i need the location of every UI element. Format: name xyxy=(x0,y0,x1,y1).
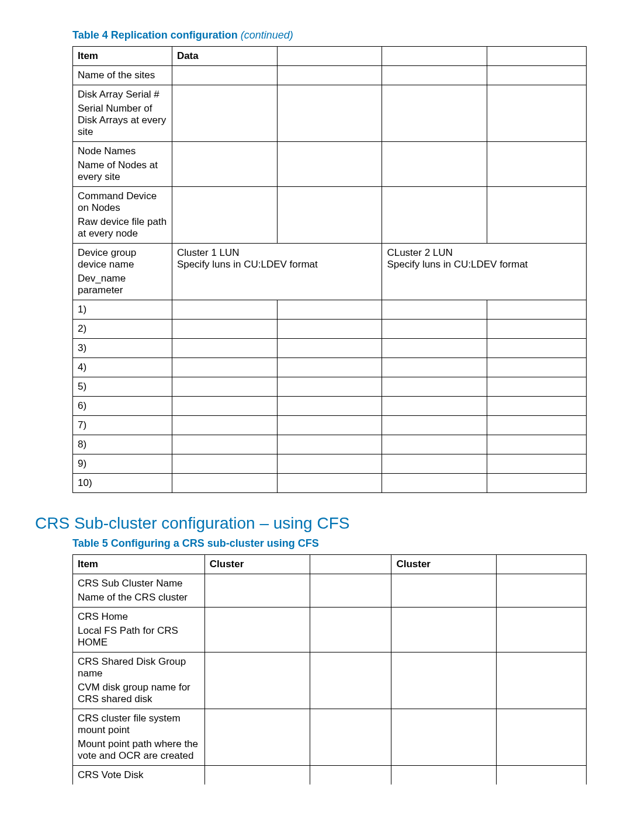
cluster1-lun-sub: Specify luns in CU:LDEV format xyxy=(177,259,377,270)
data-cell xyxy=(172,358,277,377)
data-cell xyxy=(382,474,487,493)
table-row: 6) xyxy=(73,397,587,416)
data-cell xyxy=(487,142,587,187)
data-cell xyxy=(382,454,487,474)
data-cell xyxy=(204,574,310,608)
table4-caption-main: Table 4 Replication configuration xyxy=(72,29,241,41)
data-cell xyxy=(382,397,487,416)
table-row: Node Names Name of Nodes at every site xyxy=(73,142,587,187)
data-cell xyxy=(487,397,587,416)
item-subtitle: Local FS Path for CRS HOME xyxy=(78,625,200,648)
crs-subcluster-table: Item Cluster Cluster CRS Sub Cluster Nam… xyxy=(72,554,587,785)
table-row: 9) xyxy=(73,454,587,474)
table-row: CRS Home Local FS Path for CRS HOME xyxy=(73,608,587,652)
data-cell xyxy=(204,608,310,652)
data-cell xyxy=(487,300,587,320)
item-title: CRS Sub Cluster Name xyxy=(78,578,200,589)
item-title: CRS Home xyxy=(78,611,200,623)
item-cell: Command Device on Nodes Raw device file … xyxy=(73,187,172,244)
table-row: Disk Array Serial # Serial Number of Dis… xyxy=(73,85,587,142)
table-row: CRS cluster file system mount point Moun… xyxy=(73,709,587,766)
data-cell xyxy=(310,766,391,785)
item-title: CRS Shared Disk Group name xyxy=(78,656,200,679)
col-cluster-header: Cluster xyxy=(204,555,310,574)
table-row: 7) xyxy=(73,416,587,435)
item-cell: Name of the sites xyxy=(73,66,172,85)
data-cell xyxy=(382,85,487,142)
table-row: CRS Vote Disk xyxy=(73,766,587,785)
data-cell xyxy=(487,358,587,377)
cluster1-lun-cell: Cluster 1 LUN Specify luns in CU:LDEV fo… xyxy=(172,244,382,300)
item-cell: CRS Sub Cluster Name Name of the CRS clu… xyxy=(73,574,205,608)
data-cell xyxy=(382,320,487,339)
data-cell xyxy=(310,709,391,766)
col-empty-header xyxy=(277,47,382,66)
data-cell xyxy=(277,435,382,454)
table-row: 10) xyxy=(73,474,587,493)
item-subtitle: Name of the CRS cluster xyxy=(78,592,200,603)
data-cell xyxy=(391,574,497,608)
data-cell xyxy=(487,339,587,358)
data-cell xyxy=(172,474,277,493)
table4-caption: Table 4 Replication configuration (conti… xyxy=(72,29,596,41)
data-cell xyxy=(487,435,587,454)
item-title: Device group device name xyxy=(78,247,167,270)
item-cell: 7) xyxy=(73,416,172,435)
data-cell xyxy=(277,66,382,85)
table5-caption: Table 5 Configuring a CRS sub-cluster us… xyxy=(72,537,596,550)
data-cell xyxy=(172,454,277,474)
data-cell xyxy=(382,435,487,454)
data-cell xyxy=(204,709,310,766)
data-cell xyxy=(391,652,497,709)
data-cell xyxy=(172,320,277,339)
data-cell xyxy=(172,416,277,435)
data-cell xyxy=(497,709,587,766)
data-cell xyxy=(487,187,587,244)
data-cell xyxy=(382,339,487,358)
item-cell: CRS cluster file system mount point Moun… xyxy=(73,709,205,766)
data-cell xyxy=(277,339,382,358)
data-cell xyxy=(277,320,382,339)
data-cell xyxy=(382,187,487,244)
data-cell xyxy=(172,142,277,187)
data-cell xyxy=(487,66,587,85)
table-row: 3) xyxy=(73,339,587,358)
item-cell: Disk Array Serial # Serial Number of Dis… xyxy=(73,85,172,142)
col-empty-header xyxy=(487,47,587,66)
data-cell xyxy=(487,85,587,142)
data-cell xyxy=(382,142,487,187)
item-subtitle: Name of Nodes at every site xyxy=(78,159,167,183)
item-title: CRS Vote Disk xyxy=(78,769,200,781)
table-row: Name of the sites xyxy=(73,66,587,85)
data-cell xyxy=(382,377,487,397)
data-cell xyxy=(310,652,391,709)
table-row: Item Data xyxy=(73,47,587,66)
data-cell xyxy=(487,416,587,435)
item-cell: 2) xyxy=(73,320,172,339)
item-subtitle: Raw device file path at every node xyxy=(78,216,167,239)
item-title: Name of the sites xyxy=(78,70,167,81)
item-cell: CRS Home Local FS Path for CRS HOME xyxy=(73,608,205,652)
data-cell xyxy=(277,416,382,435)
data-cell xyxy=(382,416,487,435)
item-cell: 10) xyxy=(73,474,172,493)
data-cell xyxy=(391,608,497,652)
data-cell xyxy=(497,574,587,608)
table-row: CRS Sub Cluster Name Name of the CRS clu… xyxy=(73,574,587,608)
table4-caption-continued: (continued) xyxy=(241,29,293,41)
data-cell xyxy=(172,377,277,397)
data-cell xyxy=(172,187,277,244)
table-row: Device group device name Dev_name parame… xyxy=(73,244,587,300)
data-cell xyxy=(310,574,391,608)
item-cell: 1) xyxy=(73,300,172,320)
data-cell xyxy=(277,397,382,416)
table-row: 5) xyxy=(73,377,587,397)
data-cell xyxy=(277,142,382,187)
item-cell: 3) xyxy=(73,339,172,358)
table-row: 2) xyxy=(73,320,587,339)
data-cell xyxy=(391,709,497,766)
item-cell: 8) xyxy=(73,435,172,454)
col-cluster-header: Cluster xyxy=(391,555,497,574)
data-cell xyxy=(277,454,382,474)
cluster2-lun-sub: Specify luns in CU:LDEV format xyxy=(387,259,581,270)
